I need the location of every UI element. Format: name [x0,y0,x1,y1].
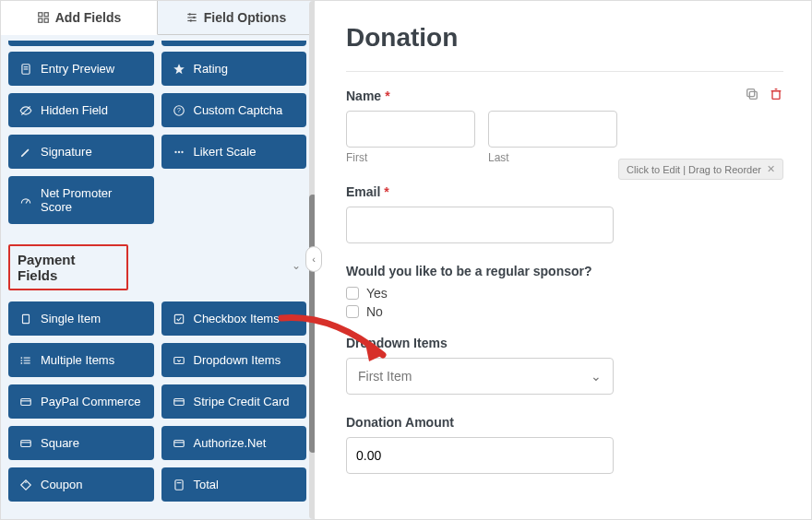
field-label: Multiple Items [41,353,114,367]
field-label: Likert Scale [194,145,257,159]
svg-rect-42 [747,89,755,97]
calc-icon [173,479,185,491]
chevron-down-icon[interactable]: ⌄ [292,259,306,272]
field-stripe[interactable]: Stripe Credit Card [161,384,307,419]
svg-rect-32 [173,398,184,405]
tab-add-fields[interactable]: Add Fields [1,1,158,35]
amount-label: Donation Amount [346,415,783,430]
first-name-input[interactable] [346,111,475,148]
collapse-sidebar-button[interactable]: ‹ [305,246,322,272]
field-multiple-items[interactable]: Multiple Items [8,343,154,377]
divider [346,71,783,72]
field-label: Stripe Credit Card [194,395,290,408]
email-label: Email* [346,184,783,199]
field-custom-captcha[interactable]: ? Custom Captcha [161,93,307,127]
section-title: Payment Fields [18,252,119,283]
field-hidden[interactable]: Hidden Field [8,93,154,127]
svg-rect-34 [21,440,31,446]
svg-rect-22 [174,314,183,323]
dropdown-selected: First Item [358,369,412,384]
field-email-block[interactable]: Email* [346,184,783,243]
svg-rect-41 [749,91,757,99]
help-icon: ? [173,104,185,117]
form-title[interactable]: Donation [346,23,783,53]
svg-point-17 [174,150,176,152]
field-likert[interactable]: Likert Scale [161,135,307,169]
field-amount-block[interactable]: Donation Amount [346,415,783,474]
svg-rect-2 [38,18,42,22]
field-signature[interactable]: Signature [8,135,154,169]
tag-icon [19,479,32,491]
field-nps[interactable]: Net Promoter Score [8,176,154,224]
field-label: Hidden Field [41,103,108,117]
last-name-input[interactable] [488,111,617,148]
svg-rect-36 [173,440,184,446]
pen-icon [19,146,32,159]
field-rating[interactable]: Rating [161,52,307,86]
chevron-down-icon: ⌄ [591,369,602,384]
field-label: Authorize.Net [194,436,267,450]
svg-marker-13 [173,64,185,74]
checkbox-icon [346,287,359,300]
amount-input[interactable] [346,437,614,474]
card-icon [173,437,185,450]
partial-row-top [8,41,306,46]
svg-rect-43 [772,91,780,100]
sponsor-label: Would you like to be a regular sponsor? [346,264,783,278]
gauge-icon [19,194,32,207]
field-coupon[interactable]: Coupon [8,467,154,502]
chevron-left-icon: ‹ [312,254,316,265]
tab-label: Field Options [204,10,286,25]
field-sponsor-block[interactable]: Would you like to be a regular sponsor? … [346,264,783,319]
duplicate-icon[interactable] [745,87,759,104]
field-label: Net Promoter Score [41,186,143,214]
field-name-block[interactable]: Name* First Last Click to Edit | Drag to… [346,89,783,164]
eye-off-icon [19,104,32,117]
svg-point-18 [177,150,179,152]
email-input[interactable] [346,207,614,243]
dropdown-icon [173,354,185,367]
last-sublabel: Last [488,151,617,164]
field-dropdown-block[interactable]: Dropdown Items First Item ⌄ [346,336,783,395]
dots-icon [173,146,185,159]
svg-point-19 [181,150,183,152]
svg-rect-30 [21,398,31,405]
field-label: Entry Preview [41,62,114,76]
field-label: Rating [194,62,229,76]
field-label: Custom Captcha [194,103,283,117]
svg-rect-39 [174,479,182,490]
field-dropdown-items[interactable]: Dropdown Items [161,343,307,377]
svg-point-38 [25,481,27,483]
dropdown-select[interactable]: First Item ⌄ [346,358,614,395]
field-checkbox-items[interactable]: Checkbox Items [161,301,307,336]
card-icon [173,396,185,408]
svg-rect-29 [173,357,184,363]
sponsor-option-no[interactable]: No [346,304,783,319]
field-single-item[interactable]: Single Item [8,301,154,336]
svg-point-8 [193,17,195,18]
delete-icon[interactable] [769,87,783,104]
field-total[interactable]: Total [161,467,307,502]
field-paypal[interactable]: PayPal Commerce [8,384,154,419]
checkbox-icon [346,305,359,318]
svg-rect-21 [23,314,30,323]
svg-point-26 [20,357,22,359]
field-label: Single Item [41,312,101,325]
tab-field-options[interactable]: Field Options [158,1,314,35]
field-label: Signature [41,145,92,159]
section-payment-fields[interactable]: Payment Fields [8,244,128,290]
field-authorize[interactable]: Authorize.Net [161,426,307,460]
svg-point-27 [20,360,22,361]
field-entry-preview[interactable]: Entry Preview [8,52,154,86]
list-icon [19,354,32,367]
file-icon [19,313,32,325]
dropdown-label: Dropdown Items [346,336,783,350]
close-icon[interactable]: ✕ [767,163,775,175]
field-label: Square [41,436,79,450]
svg-line-20 [26,200,28,204]
card-icon [19,437,32,450]
svg-text:?: ? [177,107,181,113]
field-square[interactable]: Square [8,426,154,460]
svg-rect-0 [38,13,42,17]
sponsor-option-yes[interactable]: Yes [346,286,783,301]
